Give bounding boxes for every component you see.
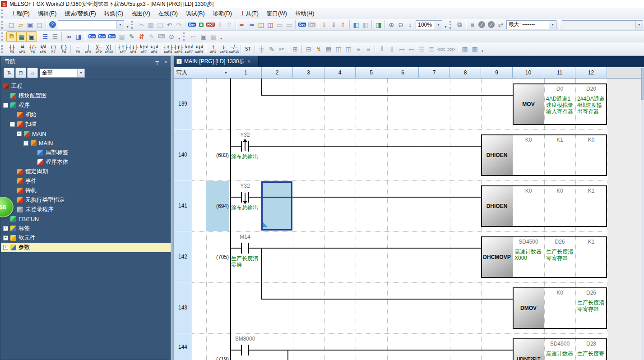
sidebar-item-n17[interactable]: +参数 — [1, 243, 171, 252]
collapse-icon[interactable]: − — [10, 122, 15, 127]
sidebar-item-FBFUN[interactable]: FB/FUN — [1, 214, 171, 224]
undo-button[interactable]: ↶ — [165, 20, 174, 30]
ladder-symbol-aF7-button[interactable]: ╘↑╛aF7 — [139, 43, 149, 55]
ladder-symbol-cF9-button[interactable]: ╳─cF9 — [93, 43, 104, 55]
label-edit-button[interactable]: ✎ — [127, 32, 137, 42]
panel-splitter[interactable] — [171, 56, 174, 360]
nav-filter-combo[interactable]: 全部▼ — [40, 69, 85, 78]
device-display-off-button[interactable]: Dev — [307, 20, 316, 30]
tab-main-prg[interactable]: ‖ MAIN [PRG] [LD] 1330步 × — [174, 56, 259, 67]
statement-read-button[interactable]: ⇑ — [338, 20, 348, 30]
toolbar-grip[interactable] — [449, 21, 453, 29]
program-list-button[interactable]: ☰ — [40, 32, 50, 42]
ladder-symbol-caF10-button[interactable]: ─/─caF10 — [229, 43, 239, 55]
stop-button[interactable]: ■ — [468, 20, 477, 30]
delete-line-icon[interactable]: ✂ — [277, 44, 287, 54]
ladder-symbol-sF9-button[interactable]: │sF9 — [83, 43, 93, 55]
pin-icon[interactable]: ┯ — [153, 58, 161, 65]
menubar-grip[interactable] — [1, 9, 5, 18]
ladder-symbol-saF8-button[interactable]: ╘↡╛saF8 — [194, 43, 204, 55]
device-jump-2-icon[interactable]: ⊷ — [407, 44, 417, 54]
instruction-block-DHIOEN[interactable] — [481, 185, 607, 227]
ladder-symbol-sF8-button[interactable]: ┤↓├sF8 — [128, 43, 139, 55]
close-icon[interactable]: × — [162, 58, 169, 65]
io-assignment-button[interactable]: ⇵ — [137, 32, 147, 42]
device-display-on-button[interactable]: Dev — [297, 20, 307, 30]
save-project-button[interactable]: ▣ — [25, 20, 35, 30]
toolbar-overflow-icon[interactable]: ▾ — [218, 32, 224, 42]
instruction-block-MOV[interactable] — [513, 83, 607, 125]
zoom-fit-button[interactable]: ↕ — [405, 20, 415, 30]
zoom-in-button[interactable]: ⊕ — [387, 20, 396, 30]
vertical-scrollbar[interactable] — [641, 67, 644, 360]
menu-item-7[interactable]: 调试(B) — [182, 9, 209, 19]
menu-item-5[interactable]: 视图(V) — [127, 9, 154, 19]
print-button[interactable]: ▤ — [35, 20, 44, 30]
ladder-symbol-st-button[interactable]: ST — [243, 43, 253, 55]
ladder-symbol-sF6-button[interactable]: ╘/╛sF6 — [38, 43, 48, 55]
device-display-dropdown[interactable]: Dev — [157, 32, 167, 42]
instruction-block-UDINT2FLT[interactable] — [513, 338, 607, 360]
toolbar-grip[interactable] — [1, 32, 5, 41]
cut-button[interactable]: ✂ — [137, 20, 146, 30]
ok-check-2-button[interactable]: ✓ — [486, 20, 496, 30]
mode-cell[interactable]: 写入▼ — [174, 67, 230, 78]
statement-insert-button[interactable]: ⇓ — [320, 20, 329, 30]
window-arrange-button-disabled[interactable]: ▦ — [208, 32, 218, 42]
menu-item-2[interactable]: 编辑(E) — [34, 9, 61, 19]
delete-col-icon[interactable]: ⫵ — [387, 44, 397, 54]
statement-display-icon[interactable]: ▤ — [324, 44, 334, 54]
device-jump-icon[interactable]: ⊶ — [397, 44, 407, 54]
monitor-2-button-disabled[interactable]: ▭ — [284, 20, 294, 30]
menu-item-10[interactable]: 窗口(W) — [263, 9, 291, 19]
menu-item-6[interactable]: 在线(O) — [154, 9, 182, 19]
monitor-start-button[interactable]: ◧ — [352, 20, 361, 30]
sidebar-item-MAIN[interactable]: −MAIN — [1, 129, 171, 138]
note-insert-button[interactable]: ⇓ — [329, 20, 338, 30]
menu-item-3[interactable]: 搜索/替换(F) — [60, 9, 100, 19]
cross-reference-button-disabled[interactable]: ▦ — [117, 32, 127, 42]
device-comment-edit-button[interactable]: Dev — [187, 20, 197, 30]
expand-icon[interactable]: + — [3, 235, 8, 240]
open-project-button[interactable]: ▱ — [16, 20, 25, 30]
batch-delete-icon[interactable]: ⊟ — [304, 44, 314, 54]
element-list-button[interactable]: ☰ — [50, 32, 60, 42]
sidebar-item-MAIN[interactable]: −MAIN — [1, 138, 171, 148]
zoom-level-combo[interactable]: 100%▼ — [416, 20, 442, 29]
sidebar-item-n16[interactable]: +软元件 — [1, 233, 171, 243]
expand-icon[interactable]: + — [3, 245, 8, 250]
ladder-canvas[interactable]: 写入▼123456789101112139140141142143144MOVD… — [174, 67, 644, 360]
device-search-dropdown[interactable]: ⊙ — [167, 32, 176, 42]
project-selector-combo[interactable]: ▼ — [58, 20, 124, 29]
sidebar-item-n11[interactable]: 待机 — [1, 186, 171, 195]
sidebar-item-n12[interactable]: 无执行类型指定 — [1, 195, 171, 205]
unit-tool-button[interactable]: ▣ — [27, 32, 37, 42]
toolbar-grip[interactable] — [1, 45, 5, 53]
device-find-dropdown[interactable]: Dev — [87, 32, 97, 42]
device-table-button[interactable]: Dev — [97, 32, 107, 42]
wrap-display-icon[interactable]: ⋘ — [436, 44, 446, 54]
convert-icon[interactable]: ↯ — [314, 44, 324, 54]
ok-check-1-button[interactable]: ✓ — [477, 20, 486, 30]
find-contact-icon[interactable]: ◫ — [334, 44, 343, 54]
ladder-symbol-saF5-button[interactable]: ┤↟├saF5 — [163, 43, 173, 55]
collapse-icon[interactable]: − — [3, 103, 8, 108]
ladder-symbol-sF5-button[interactable]: ╘╛sF5 — [17, 43, 28, 55]
chevron-down-icon[interactable]: ▼ — [224, 71, 227, 74]
ladder-symbol-F6-button[interactable]: ┤/├F6 — [28, 43, 38, 55]
ladder-symbol-saF7-button[interactable]: ╘↟╛saF7 — [184, 43, 194, 55]
sidebar-item-n1[interactable]: 模块配置图 — [1, 91, 171, 101]
watch-edit-button-disabled[interactable]: ✎ — [147, 32, 157, 42]
insert-col-icon[interactable]: ⫴ — [377, 44, 387, 54]
menu-item-9[interactable]: 工具(T) — [236, 9, 263, 19]
navigation-window-button[interactable]: ⧉ — [7, 32, 17, 42]
smart-config-button[interactable]: ⧉ — [455, 20, 464, 30]
help-button[interactable]: ? — [48, 20, 57, 30]
sidebar-item-n3[interactable]: 初始 — [1, 110, 171, 120]
batch-insert-icon[interactable]: ⊞ — [290, 44, 300, 54]
sidebar-item-n0[interactable]: 工程 — [1, 82, 171, 91]
nowrap-display-icon[interactable]: ⋙ — [446, 44, 456, 54]
ladder-symbol-F9-button[interactable]: ─F9 — [73, 43, 83, 55]
tree-sort-button[interactable]: ⇅ — [4, 68, 14, 78]
nav-settings-button[interactable]: ☼ — [27, 68, 38, 78]
